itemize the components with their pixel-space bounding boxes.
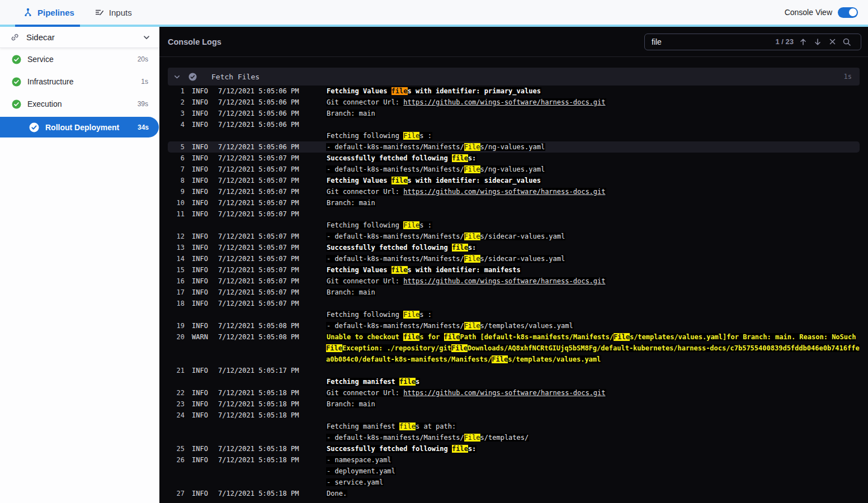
log-message: Fetching manifest files bbox=[326, 378, 420, 386]
prev-match-button[interactable] bbox=[796, 35, 810, 49]
tab-inputs[interactable]: Inputs bbox=[84, 0, 142, 25]
search-match: file bbox=[391, 266, 408, 274]
sidebar-item-infrastructure[interactable]: Infrastructure 1s bbox=[0, 70, 159, 93]
log-row[interactable]: 23INFO7/12/2021 5:05:18 PMBranch: main bbox=[168, 398, 860, 410]
log-level: INFO bbox=[192, 253, 214, 264]
log-message-cell: Branch: main bbox=[326, 108, 860, 119]
log-row[interactable]: Fetching following Files : bbox=[168, 309, 860, 320]
link-icon bbox=[10, 32, 20, 42]
log-message: Branch: main bbox=[326, 199, 376, 207]
search-icon[interactable] bbox=[839, 35, 854, 49]
log-row[interactable]: 7INFO7/12/2021 5:05:07 PM- default-k8s-m… bbox=[168, 164, 860, 175]
tab-pipelines[interactable]: Pipelines bbox=[0, 0, 84, 25]
log-row[interactable]: 16INFO7/12/2021 5:05:07 PMGit connector … bbox=[168, 276, 860, 287]
console-panel: Console Logs 1 / 23 bbox=[159, 27, 868, 503]
log-row[interactable]: 8INFO7/12/2021 5:05:07 PMFetching Values… bbox=[168, 175, 860, 186]
log-row[interactable]: - deployment.yaml bbox=[168, 466, 860, 477]
log-row[interactable]: 15INFO7/12/2021 5:05:07 PMFetching Value… bbox=[168, 264, 860, 276]
search-match: file bbox=[452, 154, 468, 162]
tab-pipelines-label: Pipelines bbox=[37, 8, 74, 17]
log-row[interactable]: 13INFO7/12/2021 5:05:07 PMSuccessfully f… bbox=[168, 242, 860, 253]
log-row[interactable]: 5INFO7/12/2021 5:05:06 PM- default-k8s-m… bbox=[168, 141, 860, 153]
log-row[interactable]: 1INFO7/12/2021 5:05:06 PMFetching Values… bbox=[168, 86, 860, 97]
top-tabs: Pipelines Inputs bbox=[0, 0, 142, 25]
log-timestamp: 7/12/2021 5:05:06 PM bbox=[218, 141, 302, 153]
log-message-cell: Fetching Values files with identifier: m… bbox=[326, 264, 860, 276]
section-duration: 1s bbox=[844, 73, 852, 80]
next-match-button[interactable] bbox=[810, 35, 825, 49]
log-row[interactable]: - default-k8s-manifests/Manifests/Files/… bbox=[168, 432, 860, 443]
log-row[interactable]: 19INFO7/12/2021 5:05:08 PM- default-k8s-… bbox=[168, 320, 860, 331]
sidebar-item-execution[interactable]: Execution 39s bbox=[0, 93, 159, 115]
duration-badge: 34s bbox=[138, 124, 149, 131]
chevron-down-icon[interactable] bbox=[143, 34, 150, 41]
log-row[interactable]: 4INFO7/12/2021 5:05:06 PM bbox=[168, 119, 860, 130]
log-row[interactable]: 17INFO7/12/2021 5:05:07 PMBranch: main bbox=[168, 287, 860, 298]
log-row[interactable]: 21INFO7/12/2021 5:05:17 PM bbox=[168, 365, 860, 376]
log-row[interactable]: 26INFO7/12/2021 5:05:18 PM- namespace.ya… bbox=[168, 454, 860, 466]
log-message: - deployment.yaml bbox=[326, 467, 396, 475]
log-message: Git connector Url: https://github.com/wi… bbox=[326, 277, 606, 285]
log-row[interactable]: Fetching manifest files at path: bbox=[168, 421, 860, 432]
log-section-header[interactable]: Fetch Files 1s bbox=[168, 68, 860, 86]
log-row[interactable]: 12INFO7/12/2021 5:05:07 PM- default-k8s-… bbox=[168, 231, 860, 242]
log-message: Successfully fetched following files: bbox=[326, 244, 477, 252]
log-row[interactable]: 22INFO7/12/2021 5:05:18 PMGit connector … bbox=[168, 387, 860, 398]
line-number: 6 bbox=[168, 153, 185, 164]
log-row[interactable]: 3INFO7/12/2021 5:05:06 PMBranch: main bbox=[168, 108, 860, 119]
log-message: - default-k8s-manifests/Manifests/Files/… bbox=[326, 255, 565, 263]
log-message: Fetching Values files with identifier: p… bbox=[326, 87, 541, 95]
log-message-cell: - default-k8s-manifests/Manifests/Files/… bbox=[326, 432, 860, 443]
log-message-cell: - default-k8s-manifests/Manifests/Files/… bbox=[326, 320, 860, 331]
log-message: - default-k8s-manifests/Manifests/Files/… bbox=[326, 165, 545, 173]
log-row[interactable]: 9INFO7/12/2021 5:05:07 PMGit connector U… bbox=[168, 186, 860, 197]
log-message-cell: - namespace.yaml bbox=[326, 454, 860, 466]
pipeline-icon bbox=[23, 8, 32, 17]
search-match: File bbox=[403, 311, 419, 319]
line-number: 15 bbox=[168, 264, 185, 276]
log-row[interactable]: 25INFO7/12/2021 5:05:18 PMSuccessfully f… bbox=[168, 443, 860, 454]
sidebar-item-rollout-deployment[interactable]: Rollout Deployment 34s bbox=[0, 117, 159, 137]
log-row[interactable]: Fetching following Files : bbox=[168, 130, 860, 141]
line-number: 2 bbox=[168, 97, 185, 108]
log-row[interactable]: Fetching following Files : bbox=[168, 220, 860, 231]
log-timestamp: 7/12/2021 5:05:07 PM bbox=[218, 197, 302, 208]
log-row[interactable]: 2INFO7/12/2021 5:05:06 PMGit connector U… bbox=[168, 97, 860, 108]
line-number: 17 bbox=[168, 287, 185, 298]
sidebar-item-service[interactable]: Service 20s bbox=[0, 48, 159, 70]
log-row[interactable]: Fetching manifest files bbox=[168, 376, 860, 387]
log-timestamp: 7/12/2021 5:05:07 PM bbox=[218, 208, 302, 220]
search-match: File bbox=[614, 333, 630, 341]
clear-search-icon[interactable] bbox=[825, 35, 839, 49]
line-number: 20 bbox=[168, 331, 185, 343]
log-timestamp: 7/12/2021 5:05:08 PM bbox=[218, 320, 302, 331]
log-row[interactable]: 18INFO7/12/2021 5:05:07 PM bbox=[168, 298, 860, 309]
console-header: Console Logs 1 / 23 bbox=[159, 27, 868, 57]
log-link[interactable]: https://github.com/wings-software/harnes… bbox=[403, 389, 605, 397]
console-view-toggle[interactable] bbox=[838, 7, 858, 18]
search-input[interactable] bbox=[645, 37, 775, 46]
stage-selector[interactable]: Sidecar bbox=[0, 27, 159, 48]
line-number: 11 bbox=[168, 208, 185, 220]
search-match: File bbox=[464, 232, 480, 240]
log-message-cell: Branch: main bbox=[326, 197, 860, 208]
log-level: INFO bbox=[192, 108, 214, 119]
search-match: file bbox=[399, 378, 416, 386]
log-search-box: 1 / 23 bbox=[644, 34, 861, 50]
log-row[interactable]: 20WARN7/12/2021 5:05:08 PMUnable to chec… bbox=[168, 331, 860, 365]
log-message-cell: - default-k8s-manifests/Manifests/Files/… bbox=[326, 231, 860, 242]
log-row[interactable]: 10INFO7/12/2021 5:05:07 PMBranch: main bbox=[168, 197, 860, 208]
chevron-down-icon[interactable] bbox=[173, 73, 181, 80]
log-row[interactable]: 24INFO7/12/2021 5:05:18 PM bbox=[168, 410, 860, 421]
log-row[interactable]: 6INFO7/12/2021 5:05:07 PMSuccessfully fe… bbox=[168, 153, 860, 164]
log-level: INFO bbox=[192, 208, 214, 220]
log-link[interactable]: https://github.com/wings-software/harnes… bbox=[403, 277, 605, 285]
log-message: Fetching following Files : bbox=[326, 132, 432, 140]
log-row[interactable]: 27INFO7/12/2021 5:05:18 PMDone. bbox=[168, 488, 860, 499]
log-row[interactable]: - service.yaml bbox=[168, 477, 860, 488]
log-link[interactable]: https://github.com/wings-software/harnes… bbox=[403, 188, 605, 196]
log-level: INFO bbox=[192, 365, 214, 376]
log-row[interactable]: 14INFO7/12/2021 5:05:07 PM- default-k8s-… bbox=[168, 253, 860, 264]
log-link[interactable]: https://github.com/wings-software/harnes… bbox=[403, 98, 605, 106]
log-row[interactable]: 11INFO7/12/2021 5:05:07 PM bbox=[168, 208, 860, 220]
